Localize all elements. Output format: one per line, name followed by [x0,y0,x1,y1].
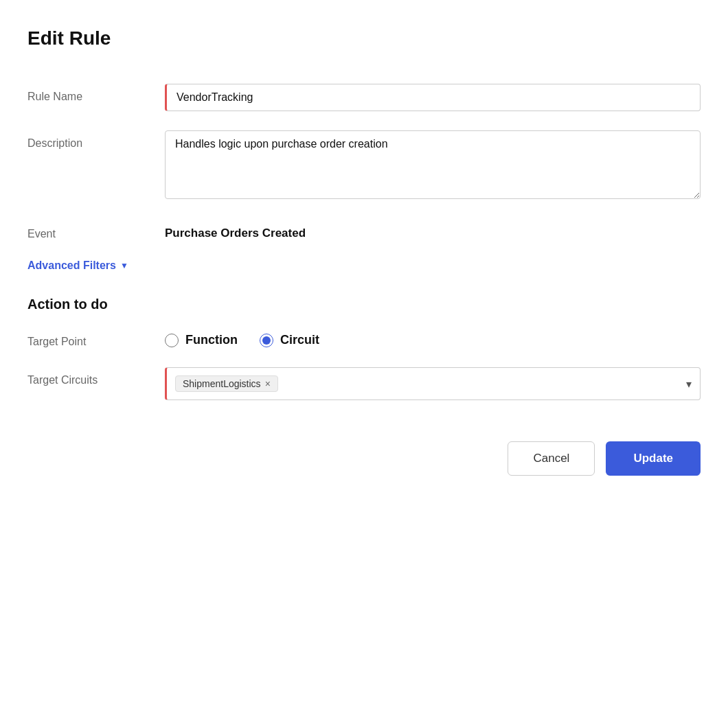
tag-list: ShipmentLogistics × [175,375,681,392]
target-circuits-row: Target Circuits ShipmentLogistics × ▾ [27,367,701,400]
target-circuits-label: Target Circuits [27,367,165,386]
tag-label: ShipmentLogistics [183,378,261,389]
circuit-radio[interactable] [260,334,273,347]
button-row: Cancel Update [27,441,701,476]
description-input-wrap: Handles logic upon purchase order creati… [165,130,701,202]
event-row: Event Purchase Orders Created [27,221,701,240]
radio-group: Function Circuit [165,329,701,347]
page-title: Edit Rule [27,27,701,49]
target-circuits-dropdown[interactable]: ShipmentLogistics × ▾ [165,367,701,400]
description-label: Description [27,130,165,150]
function-radio-option[interactable]: Function [165,333,238,347]
function-radio[interactable] [165,334,179,347]
dropdown-arrow-icon: ▾ [686,378,692,391]
event-value-wrap: Purchase Orders Created [165,221,701,240]
advanced-filters-section: Advanced Filters ▼ [27,259,701,297]
action-section: Action to do Target Point Function Circu… [27,297,701,400]
target-point-row: Target Point Function Circuit [27,329,701,348]
chevron-down-icon: ▼ [120,261,128,270]
rule-name-input[interactable] [165,84,701,111]
function-radio-label: Function [185,333,238,347]
action-section-title: Action to do [27,297,701,312]
cancel-button[interactable]: Cancel [508,441,595,476]
advanced-filters-toggle[interactable]: Advanced Filters ▼ [27,259,128,272]
tag-remove-button[interactable]: × [265,379,271,389]
description-row: Description Handles logic upon purchase … [27,130,701,202]
description-input[interactable]: Handles logic upon purchase order creati… [165,130,701,199]
edit-rule-form: Rule Name Description Handles logic upon… [27,84,701,476]
circuit-radio-label: Circuit [280,333,319,347]
shipment-logistics-tag: ShipmentLogistics × [175,375,278,392]
update-button[interactable]: Update [606,441,701,476]
event-value: Purchase Orders Created [165,221,701,240]
rule-name-label: Rule Name [27,84,165,103]
event-label: Event [27,221,165,240]
rule-name-row: Rule Name [27,84,701,111]
target-point-label: Target Point [27,329,165,348]
target-circuits-input-wrap: ShipmentLogistics × ▾ [165,367,701,400]
target-point-options: Function Circuit [165,329,701,347]
advanced-filters-label: Advanced Filters [27,259,116,272]
circuit-radio-option[interactable]: Circuit [260,333,319,347]
rule-name-input-wrap [165,84,701,111]
